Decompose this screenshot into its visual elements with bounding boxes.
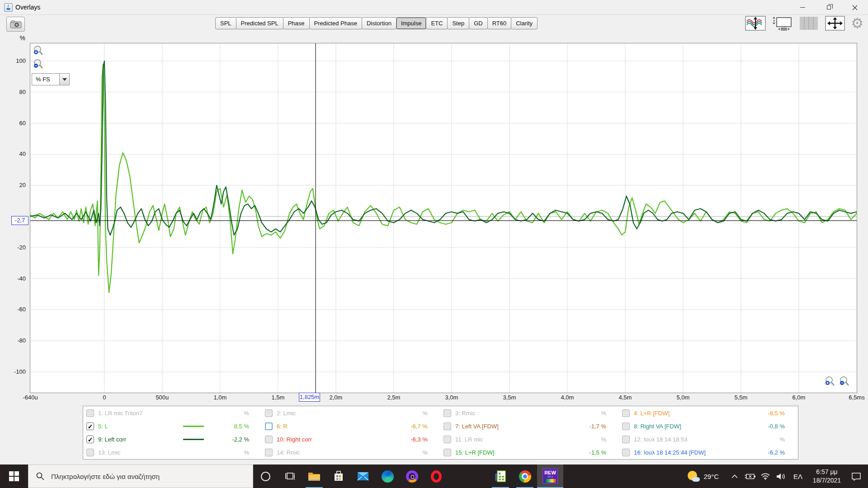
mail-icon — [357, 472, 369, 481]
legend-item-12[interactable]: 12: Ιουλ 18 14:18:53% — [619, 433, 796, 446]
legend-checkbox[interactable] — [86, 409, 94, 417]
window-title: Overlays — [15, 4, 40, 11]
mail-button[interactable] — [351, 465, 375, 488]
taskbar-search[interactable] — [28, 465, 253, 488]
legend-checkbox[interactable] — [86, 449, 94, 456]
legend-line-sample — [183, 426, 204, 427]
impulse-plot[interactable] — [30, 43, 857, 393]
task-view-button[interactable] — [278, 465, 302, 488]
y-unit-selector-value: % FS — [32, 73, 60, 85]
legend-item-7[interactable]: 7: Left VA [FDW]-1,7 % — [440, 420, 619, 433]
legend-checkbox[interactable] — [622, 436, 630, 443]
traces-scale-icon[interactable] — [745, 16, 766, 31]
tray-expand-button[interactable] — [727, 474, 742, 479]
dropdown-arrow-icon[interactable] — [60, 73, 70, 85]
legend-checkbox[interactable] — [443, 436, 451, 443]
legend-item-11[interactable]: 11: LR mic% — [440, 433, 619, 446]
y-unit-selector[interactable]: % FS — [32, 73, 70, 85]
y-zoom-in-button[interactable] — [33, 45, 44, 56]
tab-clarity[interactable]: Clarity — [511, 17, 538, 29]
graph-layout-icon[interactable] — [772, 16, 793, 31]
rew-app-button[interactable]: REW V5.1 — [537, 465, 563, 488]
legend-item-10[interactable]: 10: Right corr-6,3 % — [262, 433, 440, 446]
trace-5-l — [30, 64, 857, 293]
legend-checkbox[interactable] — [622, 409, 630, 417]
action-center-button[interactable] — [846, 472, 866, 481]
legend-checkbox[interactable] — [443, 422, 451, 430]
tab-distortion[interactable]: Distortion — [362, 17, 396, 29]
legend-checkbox[interactable] — [443, 449, 451, 456]
weather-widget[interactable]: 29°C — [688, 470, 719, 483]
capture-graph-button[interactable] — [6, 17, 25, 32]
tab-impulse[interactable]: Impulse — [396, 17, 427, 29]
clock[interactable]: 6:57 μμ 18/7/2021 — [807, 468, 846, 485]
pan-icon[interactable] — [825, 16, 845, 31]
legend-checkbox[interactable]: ✓ — [86, 422, 94, 430]
cortana-icon — [261, 472, 270, 481]
legend-checkbox[interactable] — [265, 409, 273, 417]
libreoffice-calc-button[interactable] — [488, 465, 513, 488]
volume-status[interactable] — [773, 473, 788, 480]
legend-item-4[interactable]: 4: L+R [FDW]-8,5 % — [619, 407, 796, 420]
legend-value: -2,2 % — [211, 436, 249, 443]
y-zoom-out-button[interactable] — [33, 59, 44, 70]
x-zoom-in-button[interactable] — [825, 376, 835, 387]
y-tick-label: 40 — [0, 150, 26, 157]
file-explorer-button[interactable] — [302, 465, 326, 488]
tab-spl[interactable]: SPL — [215, 17, 236, 29]
tab-phase[interactable]: Phase — [283, 17, 310, 29]
legend-item-2[interactable]: 2: Lmic% — [262, 407, 440, 420]
legend-label: 7: Left VA [FDW] — [455, 423, 540, 430]
legend-item-16[interactable]: 16: Ιουλ 18 14:25:44 [FDW]-6,2 % — [619, 446, 796, 459]
legend-item-14[interactable]: 14: Rmic% — [262, 446, 440, 459]
legend-item-9[interactable]: ✓9: Left corr-2,2 % — [83, 433, 262, 446]
legend-item-6[interactable]: 6: R-6,7 % — [262, 420, 440, 433]
settings-gear-icon[interactable]: ⚙ — [851, 16, 863, 30]
legend-item-1[interactable]: 1: LR mic Triton7% — [83, 407, 262, 420]
file-explorer-icon — [308, 471, 321, 481]
minimize-button[interactable] — [789, 0, 816, 15]
network-status[interactable] — [758, 473, 773, 480]
cortana-button[interactable] — [253, 465, 278, 488]
legend-checkbox[interactable] — [622, 422, 630, 430]
start-button[interactable] — [0, 465, 28, 488]
legend-item-8[interactable]: 8: Right VA [FDW]-0,8 % — [619, 420, 796, 433]
tab-predicted-spl[interactable]: Predicted SPL — [236, 17, 283, 29]
chrome-button[interactable] — [513, 465, 537, 488]
legend-value: -8,5 % — [747, 410, 785, 417]
opera-button[interactable] — [424, 465, 448, 488]
microsoft-store-button[interactable] — [326, 465, 351, 488]
tab-rt60[interactable]: RT60 — [487, 17, 512, 29]
legend-item-15[interactable]: 15: L+R [FDW]-1,5 % — [440, 446, 619, 459]
legend-checkbox[interactable]: ✓ — [86, 436, 94, 443]
language-indicator[interactable]: ΕΛ — [788, 473, 807, 480]
legend-label: 4: L+R [FDW] — [634, 410, 719, 417]
battery-status[interactable] — [742, 473, 758, 480]
close-button[interactable] — [842, 0, 868, 15]
legend-value: % — [747, 436, 785, 443]
tab-step[interactable]: Step — [447, 17, 469, 29]
system-tray: 29°C — [688, 465, 868, 488]
legend-item-13[interactable]: 13: Lmic% — [83, 446, 262, 459]
tab-etc[interactable]: ETC — [426, 17, 448, 29]
plot-canvas[interactable] — [30, 43, 857, 393]
legend-checkbox[interactable] — [265, 436, 273, 443]
legend-value: -6,7 % — [390, 423, 428, 430]
legend-checkbox[interactable] — [265, 449, 273, 456]
tab-gd[interactable]: GD — [469, 17, 488, 29]
avast-browser-button[interactable] — [400, 465, 424, 488]
legend-label: 3: Rmic — [455, 410, 540, 417]
legend-value: % — [211, 410, 249, 417]
tab-predicted-phase[interactable]: Predicted Phase — [309, 17, 362, 29]
cursor-x-readout: 1,825m — [299, 393, 320, 402]
search-input[interactable] — [51, 473, 241, 480]
legend-checkbox[interactable] — [622, 449, 630, 456]
restore-button[interactable] — [816, 0, 842, 15]
legend-item-5[interactable]: ✓5: L8,5 % — [83, 420, 262, 433]
legend-checkbox[interactable] — [443, 409, 451, 417]
time-label: 6:57 μμ — [807, 468, 846, 476]
legend-item-3[interactable]: 3: Rmic% — [440, 407, 619, 420]
x-zoom-out-button[interactable] — [839, 376, 850, 387]
edge-button[interactable] — [375, 465, 400, 488]
legend-checkbox[interactable] — [265, 422, 273, 430]
